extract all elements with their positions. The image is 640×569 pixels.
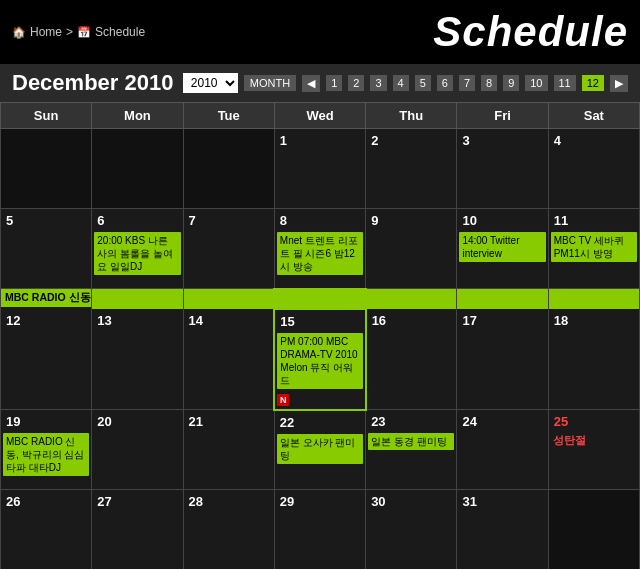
event-twitter[interactable]: 14:00 Twitter interview (459, 232, 545, 262)
day-cell-15: 15 PM 07:00 MBC DRAMA-TV 2010 Melon 뮤직 어… (274, 289, 365, 410)
day-cell-1: 1 (274, 129, 365, 209)
day-cell-19: 19 MBC RADIO 신동, 박규리의 심심타파 대타DJ (1, 410, 92, 490)
year-select[interactable]: 2010 (183, 73, 238, 93)
table-row: 5 6 20:00 KBS 나른사의 봄롤을 놀여요 일일DJ 7 8 Mnet… (1, 209, 640, 289)
day-cell-5: 5 (1, 209, 92, 289)
day-cell-30: 30 (366, 490, 457, 570)
col-sat: Sat (548, 103, 639, 129)
event-christmas: 성탄절 (551, 431, 637, 450)
schedule-link[interactable]: Schedule (95, 25, 145, 39)
day-number: 24 (459, 412, 545, 431)
month-7-btn[interactable]: 7 (459, 75, 475, 91)
day-number: 31 (459, 492, 545, 511)
table-row: 1 2 3 4 (1, 129, 640, 209)
spanning-event[interactable]: MBC RADIO 신동, 박규리의 심심타파 대타DJ (1, 289, 91, 307)
day-number: 8 (277, 211, 363, 230)
event[interactable]: Mnet 트렌트 리포트 필 시즌6 밤12시 방송 (277, 232, 363, 275)
day-number: 26 (3, 492, 89, 511)
event[interactable]: 일본 동경 팬미팅 (368, 433, 454, 450)
day-number: 15 (277, 312, 362, 331)
calendar-header-row: Sun Mon Tue Wed Thu Fri Sat (1, 103, 640, 129)
day-cell-8: 8 Mnet 트렌트 리포트 필 시즌6 밤12시 방송 (274, 209, 365, 289)
event[interactable]: 일본 오사카 팬미팅 (277, 434, 363, 464)
day-cell-24: 24 (457, 410, 548, 490)
col-wed: Wed (274, 103, 365, 129)
day-number: 1 (277, 131, 363, 150)
col-fri: Fri (457, 103, 548, 129)
event[interactable]: MBC RADIO 신동, 박규리의 심심타파 대타DJ (3, 433, 89, 476)
day-number: 25 (551, 412, 637, 431)
month-1-btn[interactable]: 1 (326, 75, 342, 91)
table-row: MBC RADIO 신동, 박규리의 심심타파 대타DJ 12 13 14 15… (1, 289, 640, 410)
table-row: 19 MBC RADIO 신동, 박규리의 심심타파 대타DJ 20 21 22… (1, 410, 640, 490)
month-year-title: December 2010 (12, 70, 177, 96)
day-cell-28: 28 (183, 490, 274, 570)
event[interactable]: 20:00 KBS 나른사의 봄롤을 놀여요 일일DJ (94, 232, 180, 275)
day-cell-4: 4 (548, 129, 639, 209)
day-number: 7 (186, 211, 272, 230)
day-cell-6: 6 20:00 KBS 나른사의 봄롤을 놀여요 일일DJ (92, 209, 183, 289)
day-number: 11 (551, 211, 637, 230)
day-cell-21: 21 (183, 410, 274, 490)
day-cell-9: 9 (366, 209, 457, 289)
day-number: 14 (186, 311, 272, 330)
next-button[interactable]: ▶ (610, 75, 628, 92)
day-cell-13: 13 (92, 289, 183, 410)
day-number: 5 (3, 211, 89, 230)
home-link[interactable]: Home (30, 25, 62, 39)
month-6-btn[interactable]: 6 (437, 75, 453, 91)
prev-button[interactable]: ◀ (302, 75, 320, 92)
month-5-btn[interactable]: 5 (415, 75, 431, 91)
day-number: 27 (94, 492, 180, 511)
month-12-btn[interactable]: 12 (582, 75, 604, 91)
day-number: 28 (186, 492, 272, 511)
day-number: 3 (459, 131, 545, 150)
spanning-event-cont (275, 290, 364, 310)
day-number: 29 (277, 492, 363, 511)
breadcrumb-sep: > (66, 25, 73, 39)
calendar-table: Sun Mon Tue Wed Thu Fri Sat 1 2 3 4 (0, 102, 640, 569)
day-cell-7: 7 (183, 209, 274, 289)
col-thu: Thu (366, 103, 457, 129)
col-sun: Sun (1, 103, 92, 129)
day-number: 10 (459, 211, 545, 230)
day-number: 17 (459, 311, 545, 330)
month-3-btn[interactable]: 3 (370, 75, 386, 91)
day-number: 19 (3, 412, 89, 431)
day-cell-20: 20 (92, 410, 183, 490)
col-tue: Tue (183, 103, 274, 129)
month-4-btn[interactable]: 4 (393, 75, 409, 91)
event[interactable]: MBC TV 세바퀴 PM11시 방영 (551, 232, 637, 262)
month-8-btn[interactable]: 8 (481, 75, 497, 91)
breadcrumb: 🏠 Home > 📅 Schedule (12, 25, 145, 39)
spanning-event-cont (549, 289, 639, 309)
month-9-btn[interactable]: 9 (503, 75, 519, 91)
day-cell-18: 18 (548, 289, 639, 410)
month-label: MONTH (244, 75, 296, 91)
event[interactable]: PM 07:00 MBC DRAMA-TV 2010 Melon 뮤직 어워드 (277, 333, 362, 389)
day-cell-16: 16 (366, 289, 457, 410)
day-number: 23 (368, 412, 454, 431)
day-cell-2: 2 (366, 129, 457, 209)
page-title: Schedule (433, 8, 628, 56)
day-cell-12: MBC RADIO 신동, 박규리의 심심타파 대타DJ 12 (1, 289, 92, 410)
month-2-btn[interactable]: 2 (348, 75, 364, 91)
month-11-btn[interactable]: 11 (554, 75, 576, 91)
day-cell (92, 129, 183, 209)
home-icon: 🏠 (12, 26, 26, 39)
day-number: 16 (369, 311, 455, 330)
day-number: 12 (3, 311, 89, 330)
month-10-btn[interactable]: 10 (525, 75, 547, 91)
day-cell-29: 29 (274, 490, 365, 570)
day-number: 13 (94, 311, 180, 330)
day-cell (183, 129, 274, 209)
day-cell-10: 10 14:00 Twitter interview (457, 209, 548, 289)
page-header: 🏠 Home > 📅 Schedule Schedule (0, 0, 640, 64)
calendar-controls: December 2010 2010 MONTH ◀ 1 2 3 4 5 6 7… (0, 64, 640, 102)
day-number: 22 (277, 413, 363, 432)
day-number: 2 (368, 131, 454, 150)
day-cell-17: 17 (457, 289, 548, 410)
col-mon: Mon (92, 103, 183, 129)
day-cell-3: 3 (457, 129, 548, 209)
day-number: 21 (186, 412, 272, 431)
